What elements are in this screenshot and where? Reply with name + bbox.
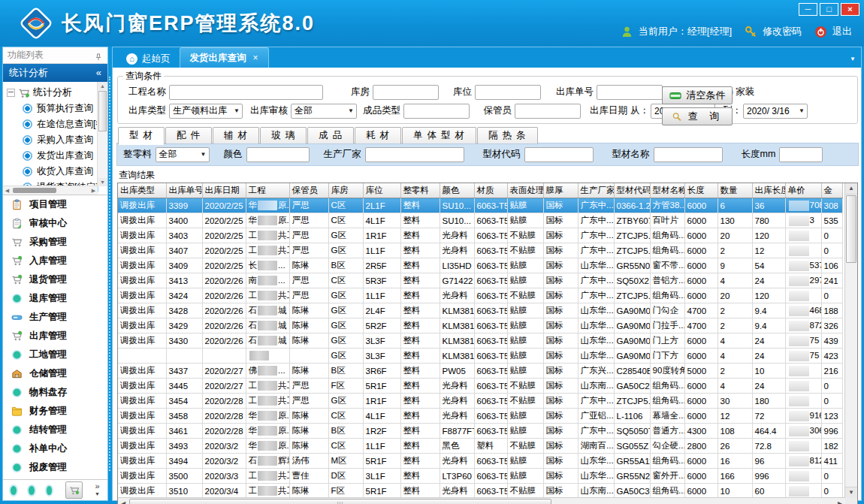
scroll-right-icon[interactable]: ▶: [835, 500, 845, 504]
profile-code-input[interactable]: [524, 147, 594, 162]
table-row[interactable]: 调拨出库34612020/2/28华原...陈琳B区1R2F整料F8877FT6…: [118, 424, 842, 439]
sidebar-item[interactable]: 出库管理: [3, 327, 107, 346]
outbound-type-select[interactable]: 生产领料出库▼: [169, 104, 243, 119]
length-input[interactable]: [779, 147, 823, 162]
sidebar-item[interactable]: 仓储管理: [3, 364, 107, 383]
tab-home[interactable]: ⌂ 起始页: [117, 50, 180, 68]
material-tab[interactable]: 隔热条: [477, 127, 538, 144]
nav-group-icon[interactable]: [29, 486, 35, 495]
logout-button[interactable]: 退出: [832, 25, 852, 38]
sidebar-item[interactable]: 物料盘存: [3, 383, 107, 402]
date-to-picker[interactable]: 2020/ 3/16▼: [743, 104, 808, 119]
table-row[interactable]: 调拨出库34002020/2/25华原...严思C区4L1F整料SU10...6…: [118, 213, 842, 228]
table-row[interactable]: 调拨出库35002020/3/3工共工程曹佳D区3L1F整料LT3P606063…: [118, 469, 842, 484]
column-header[interactable]: 金: [821, 183, 842, 198]
column-header[interactable]: 型材代码: [614, 183, 650, 198]
column-header[interactable]: 库位: [363, 183, 400, 198]
tab-close-icon[interactable]: ×: [253, 53, 258, 63]
column-header[interactable]: 长度: [684, 183, 717, 198]
column-header[interactable]: 材质: [474, 183, 507, 198]
table-row[interactable]: 调拨出库35102020/3/4工共工程陈琳F区5R1F整料光身料6063-T5…: [118, 484, 842, 499]
material-tab[interactable]: 辅材: [213, 127, 259, 144]
sidebar-item[interactable]: 结转管理: [3, 421, 107, 439]
table-row[interactable]: 调拨出库34282020/2/26石城陈琳G区2L4F整料KLM38176063…: [118, 303, 842, 318]
tree-horizontal-scrollbar[interactable]: ◀ ▶: [3, 186, 98, 195]
location-input[interactable]: [475, 85, 541, 100]
tree-item[interactable]: 预算执行查询: [7, 101, 97, 116]
table-row[interactable]: 调拨出库34372020/2/27佛...陈琳B区3R6F整料PW056063-…: [118, 364, 842, 379]
product-type-input[interactable]: [403, 104, 470, 119]
material-tab[interactable]: 成品: [307, 127, 354, 144]
sidebar-item[interactable]: 退货管理: [3, 270, 107, 289]
project-name-input[interactable]: [169, 85, 323, 100]
tree-item[interactable]: 采购入库查询: [7, 132, 97, 148]
scroll-down-icon[interactable]: ▼: [845, 487, 857, 498]
tab-list-dropdown-icon[interactable]: ▼: [850, 56, 856, 62]
scroll-up-icon[interactable]: ▲: [98, 82, 107, 90]
column-header[interactable]: 库房: [328, 183, 363, 198]
material-tab[interactable]: 单体型材: [402, 127, 476, 144]
sidebar-item[interactable]: 审核中心: [3, 214, 107, 233]
column-header[interactable]: 表面处理: [507, 183, 543, 198]
table-row[interactable]: 调拨出库34092020/2/25长...陈琳B区2R5F整料LI35HD606…: [118, 258, 842, 273]
column-header[interactable]: 数量: [717, 183, 752, 198]
material-tab[interactable]: 型材: [118, 127, 165, 145]
tree-vertical-scrollbar[interactable]: ▲ ▼: [97, 82, 107, 186]
manufacturer-input[interactable]: [365, 147, 464, 162]
nav-group-icon[interactable]: [11, 486, 17, 495]
column-header[interactable]: 生产厂家: [578, 183, 614, 198]
clear-conditions-button[interactable]: 清空条件: [662, 86, 733, 104]
whole-part-select[interactable]: 全部▼: [156, 147, 210, 162]
minimize-icon[interactable]: ─: [799, 3, 817, 16]
grid-horizontal-scrollbar[interactable]: ◀ ||| ▶: [118, 497, 845, 504]
change-password-link[interactable]: 修改密码: [763, 25, 802, 38]
close-icon[interactable]: ×: [841, 3, 859, 16]
column-header[interactable]: 整零料: [400, 183, 440, 198]
table-row[interactable]: 调拨出库34032020/2/25工共工程严思G区1R1F整料光身料6063-T…: [118, 228, 842, 243]
table-row[interactable]: 调拨出库34302020/2/26石城陈琳G区3L3F整料KLM38176063…: [118, 333, 842, 349]
material-tab[interactable]: 耗材: [355, 127, 401, 144]
table-row[interactable]: 调拨出库34072020/2/25工共工程严思G区1L1F整料光身料6063-T…: [118, 243, 842, 258]
column-header[interactable]: 出库类型: [118, 183, 166, 198]
sidebar-item[interactable]: 补单中心: [3, 439, 107, 458]
scroll-left-icon[interactable]: ◀: [3, 188, 11, 194]
material-tab[interactable]: 玻璃: [260, 127, 307, 144]
overflow-chevron-icon[interactable]: »▼: [95, 483, 100, 497]
sidebar-item[interactable]: 退库管理: [3, 289, 107, 308]
column-header[interactable]: 单价: [785, 183, 821, 198]
grid-vertical-scrollbar[interactable]: ▲ ▼: [844, 183, 857, 498]
keeper-input[interactable]: [515, 104, 581, 119]
table-row[interactable]: 调拨出库34582020/2/28华原...陈琳C区4L1F整料光身料6063-…: [118, 409, 842, 424]
collapse-icon[interactable]: «: [96, 64, 101, 82]
tab-shipping-outbound-query[interactable]: 发货出库查询 ×: [180, 47, 269, 68]
sidebar-item[interactable]: 采购管理: [3, 233, 107, 252]
column-header[interactable]: 出库长度: [752, 183, 785, 198]
table-row[interactable]: 调拨出库34292020/2/26石城陈琳G区5R2F整料KLM38176063…: [118, 318, 842, 333]
column-header[interactable]: 膜厚: [543, 183, 578, 198]
warehouse-input[interactable]: [373, 85, 439, 100]
profile-name-input[interactable]: [654, 147, 723, 162]
tree-expander-icon[interactable]: [7, 89, 15, 97]
sidebar-item[interactable]: 项目管理: [3, 195, 107, 214]
sidebar-item[interactable]: 入库管理: [3, 252, 107, 270]
table-row[interactable]: G区3L3F整料KLM38176063-T5贴膜国标山东华...GA90M09.…: [118, 349, 842, 364]
sidebar-group-header[interactable]: 统计分析 «: [3, 64, 107, 82]
scroll-up-icon[interactable]: ▲: [845, 183, 857, 195]
table-row[interactable]: 调拨出库34132020/2/26南...严思C区5R3F整料G71422606…: [118, 273, 842, 288]
tree-item[interactable]: 发货出库查询: [7, 148, 97, 164]
tree-item[interactable]: 收货入库查询: [7, 164, 97, 180]
tree-item[interactable]: 在途信息查询[待: [7, 116, 97, 132]
nav-cart-button[interactable]: [65, 481, 83, 499]
scroll-thumb[interactable]: |||: [129, 499, 551, 504]
scroll-left-icon[interactable]: ◀: [118, 500, 128, 504]
pin-icon[interactable]: [94, 51, 103, 60]
material-tab[interactable]: 配件: [165, 127, 212, 144]
table-row[interactable]: 调拨出库34942020/3/2石辉城汤伟M区5R1F整料光身料6063-T5贴…: [118, 454, 842, 469]
scroll-thumb[interactable]: [98, 91, 107, 131]
column-header[interactable]: 出库单号: [166, 183, 202, 198]
scroll-down-icon[interactable]: ▼: [98, 178, 107, 186]
column-header[interactable]: 保管员: [289, 183, 328, 198]
maximize-icon[interactable]: □: [820, 3, 838, 16]
table-row[interactable]: 调拨出库34242020/2/26工共工程严思G区1L1F整料光身料6063-T…: [118, 288, 842, 303]
tree-root[interactable]: 统计分析: [7, 84, 97, 101]
